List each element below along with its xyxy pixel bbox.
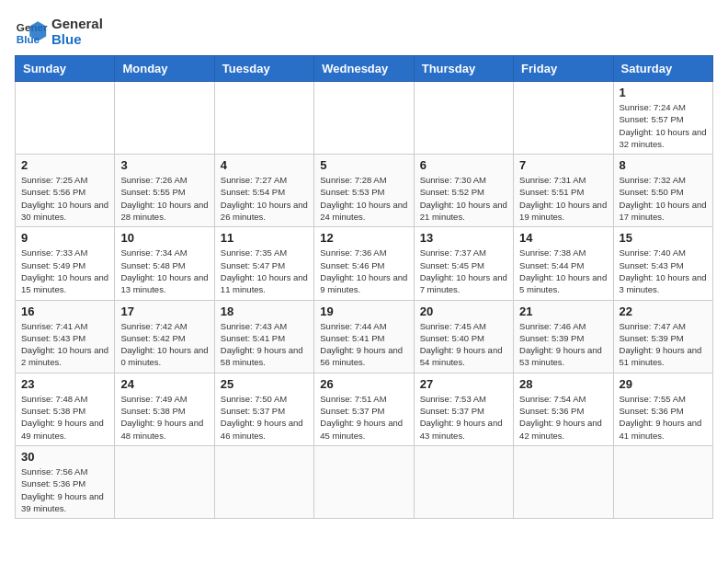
day-number: 7 <box>519 158 607 172</box>
calendar-cell <box>214 82 313 155</box>
weekday-header-sunday: Sunday <box>16 56 115 82</box>
day-info: Sunrise: 7:47 AM Sunset: 5:39 PM Dayligh… <box>620 320 707 369</box>
day-number: 16 <box>21 304 108 318</box>
day-number: 23 <box>21 377 108 391</box>
calendar-cell <box>314 82 414 155</box>
day-info: Sunrise: 7:25 AM Sunset: 5:56 PM Dayligh… <box>21 174 108 223</box>
day-info: Sunrise: 7:56 AM Sunset: 5:36 PM Dayligh… <box>21 465 108 514</box>
calendar-cell: 14Sunrise: 7:38 AM Sunset: 5:44 PM Dayli… <box>514 227 613 300</box>
calendar-cell <box>115 445 214 518</box>
day-info: Sunrise: 7:49 AM Sunset: 5:38 PM Dayligh… <box>120 393 208 442</box>
day-info: Sunrise: 7:43 AM Sunset: 5:41 PM Dayligh… <box>221 320 308 369</box>
day-info: Sunrise: 7:51 AM Sunset: 5:37 PM Dayligh… <box>320 393 407 442</box>
day-number: 28 <box>519 377 607 391</box>
day-number: 18 <box>221 304 308 318</box>
calendar-cell <box>613 445 712 518</box>
calendar-cell: 28Sunrise: 7:54 AM Sunset: 5:36 PM Dayli… <box>514 373 613 445</box>
day-number: 26 <box>320 377 407 391</box>
calendar-cell: 1Sunrise: 7:24 AM Sunset: 5:57 PM Daylig… <box>613 82 712 155</box>
day-number: 19 <box>320 304 407 318</box>
calendar-cell: 21Sunrise: 7:46 AM Sunset: 5:39 PM Dayli… <box>514 300 613 373</box>
weekday-header-tuesday: Tuesday <box>214 56 313 82</box>
calendar-week-6: 30Sunrise: 7:56 AM Sunset: 5:36 PM Dayli… <box>16 445 713 518</box>
calendar-cell: 15Sunrise: 7:40 AM Sunset: 5:43 PM Dayli… <box>613 227 712 300</box>
day-number: 17 <box>120 304 208 318</box>
day-info: Sunrise: 7:31 AM Sunset: 5:51 PM Dayligh… <box>519 174 607 223</box>
calendar-week-3: 9Sunrise: 7:33 AM Sunset: 5:49 PM Daylig… <box>16 227 713 300</box>
weekday-header-monday: Monday <box>115 56 214 82</box>
calendar-cell: 23Sunrise: 7:48 AM Sunset: 5:38 PM Dayli… <box>16 373 115 445</box>
calendar-cell: 10Sunrise: 7:34 AM Sunset: 5:48 PM Dayli… <box>115 227 214 300</box>
page-header: General Blue General Blue <box>15 15 713 48</box>
day-info: Sunrise: 7:36 AM Sunset: 5:46 PM Dayligh… <box>320 247 407 295</box>
day-number: 22 <box>620 304 707 318</box>
day-info: Sunrise: 7:53 AM Sunset: 5:37 PM Dayligh… <box>420 393 507 442</box>
day-info: Sunrise: 7:48 AM Sunset: 5:38 PM Dayligh… <box>21 393 108 442</box>
day-number: 14 <box>519 231 607 245</box>
calendar-cell: 26Sunrise: 7:51 AM Sunset: 5:37 PM Dayli… <box>314 373 414 445</box>
day-info: Sunrise: 7:46 AM Sunset: 5:39 PM Dayligh… <box>519 320 607 369</box>
day-info: Sunrise: 7:27 AM Sunset: 5:54 PM Dayligh… <box>221 174 308 223</box>
day-info: Sunrise: 7:44 AM Sunset: 5:41 PM Dayligh… <box>320 320 407 369</box>
logo-general: General <box>51 16 103 31</box>
calendar-cell: 20Sunrise: 7:45 AM Sunset: 5:40 PM Dayli… <box>414 300 513 373</box>
weekday-header-wednesday: Wednesday <box>314 56 414 82</box>
day-number: 12 <box>320 231 407 245</box>
day-info: Sunrise: 7:33 AM Sunset: 5:49 PM Dayligh… <box>21 247 108 295</box>
day-info: Sunrise: 7:28 AM Sunset: 5:53 PM Dayligh… <box>320 174 407 223</box>
day-info: Sunrise: 7:38 AM Sunset: 5:44 PM Dayligh… <box>519 247 607 295</box>
calendar-week-1: 1Sunrise: 7:24 AM Sunset: 5:57 PM Daylig… <box>16 82 713 155</box>
calendar-week-4: 16Sunrise: 7:41 AM Sunset: 5:43 PM Dayli… <box>16 300 713 373</box>
calendar-cell: 9Sunrise: 7:33 AM Sunset: 5:49 PM Daylig… <box>16 227 115 300</box>
calendar-cell <box>214 445 313 518</box>
calendar-cell: 8Sunrise: 7:32 AM Sunset: 5:50 PM Daylig… <box>613 155 712 227</box>
day-info: Sunrise: 7:30 AM Sunset: 5:52 PM Dayligh… <box>420 174 507 223</box>
calendar-cell <box>314 445 414 518</box>
day-info: Sunrise: 7:40 AM Sunset: 5:43 PM Dayligh… <box>620 247 707 295</box>
day-number: 25 <box>221 377 308 391</box>
calendar-cell: 12Sunrise: 7:36 AM Sunset: 5:46 PM Dayli… <box>314 227 414 300</box>
day-info: Sunrise: 7:24 AM Sunset: 5:57 PM Dayligh… <box>620 101 707 150</box>
day-number: 4 <box>221 158 308 172</box>
day-number: 20 <box>420 304 507 318</box>
day-info: Sunrise: 7:26 AM Sunset: 5:55 PM Dayligh… <box>120 174 208 223</box>
calendar-cell: 16Sunrise: 7:41 AM Sunset: 5:43 PM Dayli… <box>16 300 115 373</box>
calendar-cell: 19Sunrise: 7:44 AM Sunset: 5:41 PM Dayli… <box>314 300 414 373</box>
day-info: Sunrise: 7:45 AM Sunset: 5:40 PM Dayligh… <box>420 320 507 369</box>
day-number: 6 <box>420 158 507 172</box>
calendar-week-5: 23Sunrise: 7:48 AM Sunset: 5:38 PM Dayli… <box>16 373 713 445</box>
day-info: Sunrise: 7:35 AM Sunset: 5:47 PM Dayligh… <box>221 247 308 295</box>
day-number: 15 <box>620 231 707 245</box>
calendar-cell: 3Sunrise: 7:26 AM Sunset: 5:55 PM Daylig… <box>115 155 214 227</box>
day-info: Sunrise: 7:41 AM Sunset: 5:43 PM Dayligh… <box>21 320 108 369</box>
day-number: 11 <box>221 231 308 245</box>
calendar-cell: 25Sunrise: 7:50 AM Sunset: 5:37 PM Dayli… <box>214 373 313 445</box>
calendar-cell: 5Sunrise: 7:28 AM Sunset: 5:53 PM Daylig… <box>314 155 414 227</box>
calendar-cell: 17Sunrise: 7:42 AM Sunset: 5:42 PM Dayli… <box>115 300 214 373</box>
day-info: Sunrise: 7:34 AM Sunset: 5:48 PM Dayligh… <box>120 247 208 295</box>
day-info: Sunrise: 7:37 AM Sunset: 5:45 PM Dayligh… <box>420 247 507 295</box>
day-info: Sunrise: 7:42 AM Sunset: 5:42 PM Dayligh… <box>120 320 208 369</box>
day-number: 8 <box>620 158 707 172</box>
day-number: 2 <box>21 158 108 172</box>
day-number: 1 <box>620 86 707 99</box>
day-number: 9 <box>21 231 108 245</box>
calendar-cell: 22Sunrise: 7:47 AM Sunset: 5:39 PM Dayli… <box>613 300 712 373</box>
day-info: Sunrise: 7:55 AM Sunset: 5:36 PM Dayligh… <box>620 393 707 442</box>
weekday-header-row: SundayMondayTuesdayWednesdayThursdayFrid… <box>16 56 713 82</box>
day-number: 13 <box>420 231 507 245</box>
calendar-week-2: 2Sunrise: 7:25 AM Sunset: 5:56 PM Daylig… <box>16 155 713 227</box>
calendar-cell: 11Sunrise: 7:35 AM Sunset: 5:47 PM Dayli… <box>214 227 313 300</box>
calendar-cell: 6Sunrise: 7:30 AM Sunset: 5:52 PM Daylig… <box>414 155 513 227</box>
day-number: 24 <box>120 377 208 391</box>
day-number: 21 <box>519 304 607 318</box>
calendar-cell: 29Sunrise: 7:55 AM Sunset: 5:36 PM Dayli… <box>613 373 712 445</box>
calendar-table: SundayMondayTuesdayWednesdayThursdayFrid… <box>15 55 713 519</box>
weekday-header-thursday: Thursday <box>414 56 513 82</box>
day-info: Sunrise: 7:32 AM Sunset: 5:50 PM Dayligh… <box>620 174 707 223</box>
calendar-cell <box>514 82 613 155</box>
calendar-cell <box>115 82 214 155</box>
calendar-cell: 13Sunrise: 7:37 AM Sunset: 5:45 PM Dayli… <box>414 227 513 300</box>
logo-icon: General Blue <box>15 15 48 48</box>
calendar-cell <box>514 445 613 518</box>
